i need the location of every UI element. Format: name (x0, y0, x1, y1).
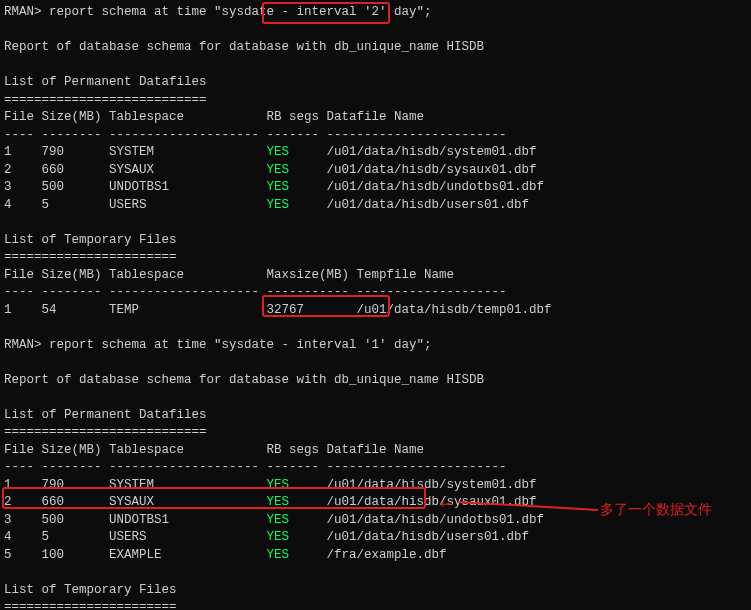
table-row: 2 660 SYSAUX YES /u01/data/hisdb/sysaux0… (4, 494, 747, 512)
rb-seg-yes: YES (267, 495, 290, 509)
perm-header-2: List of Permanent Datafiles (4, 407, 747, 425)
interval-2-day: interval '2' day (297, 5, 417, 19)
temp-sep-1: ======================= (4, 249, 747, 267)
report-title-2: Report of database schema for database w… (4, 372, 747, 390)
table-row: 4 5 USERS YES /u01/data/hisdb/users01.db… (4, 529, 747, 547)
perm-dash-2: ---- -------- -------------------- -----… (4, 459, 747, 477)
rb-seg-yes: YES (267, 163, 290, 177)
report-title-1: Report of database schema for database w… (4, 39, 747, 57)
blank (4, 57, 747, 75)
table-row: 1 790 SYSTEM YES /u01/data/hisdb/system0… (4, 144, 747, 162)
table-row: 4 5 USERS YES /u01/data/hisdb/users01.db… (4, 197, 747, 215)
table-row: 1 790 SYSTEM YES /u01/data/hisdb/system0… (4, 477, 747, 495)
table-row: 5 100 EXAMPLE YES /fra/example.dbf (4, 547, 747, 565)
rb-seg-yes: YES (267, 530, 290, 544)
rb-seg-yes: YES (267, 513, 290, 527)
blank (4, 319, 747, 337)
table-row: 3 500 UNDOTBS1 YES /u01/data/hisdb/undot… (4, 179, 747, 197)
perm-cols-1: File Size(MB) Tablespace RB segs Datafil… (4, 109, 747, 127)
perm-sep-1: =========================== (4, 92, 747, 110)
perm-dash-1: ---- -------- -------------------- -----… (4, 127, 747, 145)
table-row: 1 54 TEMP 32767 /u01/data/hisdb/temp01.d… (4, 302, 747, 320)
rb-seg-yes: YES (267, 478, 290, 492)
interval-1-day: interval '1' day (297, 338, 417, 352)
rb-seg-yes: YES (267, 145, 290, 159)
temp-cols-1: File Size(MB) Tablespace Maxsize(MB) Tem… (4, 267, 747, 285)
perm-cols-2: File Size(MB) Tablespace RB segs Datafil… (4, 442, 747, 460)
perm-sep-2: =========================== (4, 424, 747, 442)
rman-command-2: RMAN> report schema at time "sysdate - i… (4, 337, 747, 355)
temp-sep-2: ======================= (4, 599, 747, 610)
table-row: 3 500 UNDOTBS1 YES /u01/data/hisdb/undot… (4, 512, 747, 530)
blank (4, 22, 747, 40)
temp-header-2: List of Temporary Files (4, 582, 747, 600)
blank (4, 354, 747, 372)
blank (4, 389, 747, 407)
rb-seg-yes: YES (267, 198, 290, 212)
blank (4, 214, 747, 232)
rb-seg-yes: YES (267, 548, 290, 562)
perm-header-1: List of Permanent Datafiles (4, 74, 747, 92)
temp-dash-1: ---- -------- -------------------- -----… (4, 284, 747, 302)
rb-seg-yes: YES (267, 180, 290, 194)
rman-command-1: RMAN> report schema at time "sysdate - i… (4, 4, 747, 22)
blank (4, 564, 747, 582)
table-row: 2 660 SYSAUX YES /u01/data/hisdb/sysaux0… (4, 162, 747, 180)
temp-header-1: List of Temporary Files (4, 232, 747, 250)
